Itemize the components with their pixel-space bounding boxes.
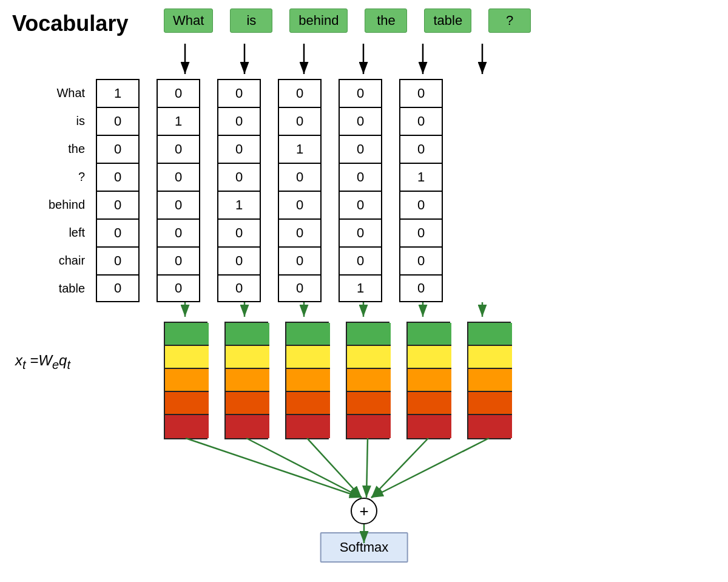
top-tokens: What is behind the table ?	[164, 8, 531, 33]
svg-line-16	[307, 438, 362, 498]
title: Vocabulary	[12, 11, 128, 36]
onehot-col-3: 0 0 0 0 1 0 0 0	[217, 79, 261, 302]
vocab-labels: What is the ? behind left chair table	[49, 79, 90, 302]
svg-line-17	[366, 438, 368, 498]
softmax-box: Softmax	[320, 532, 408, 563]
emb-col-1	[164, 322, 207, 439]
emb-col-4	[346, 322, 389, 439]
svg-line-18	[371, 438, 428, 498]
vocab-is: is	[49, 107, 90, 135]
token-the: the	[365, 8, 407, 33]
svg-line-15	[246, 438, 362, 498]
vocab-behind: behind	[49, 191, 90, 218]
token-what: What	[164, 8, 213, 33]
emb-col-2	[224, 322, 268, 439]
plus-circle: +	[351, 498, 377, 524]
emb-col-6	[467, 322, 511, 439]
vocab-left: left	[49, 218, 90, 246]
token-is: is	[230, 8, 272, 33]
token-question: ?	[488, 8, 531, 33]
diagram: Vocabulary What is behind the table ? Wh…	[0, 0, 728, 582]
vocab-table: table	[49, 274, 90, 302]
embedding-section	[164, 322, 511, 439]
onehot-col-2: 0 1 0 0 0 0 0 0	[157, 79, 200, 302]
vocab-question: ?	[49, 163, 90, 191]
onehot-col-6: 0 0 0 1 0 0 0 0	[399, 79, 443, 302]
onehot-vectors: 1 0 0 0 0 0 0 0 0 1 0 0 0 0 0 0	[96, 79, 443, 302]
onehot-col-5: 0 0 0 0 0 0 0 1	[339, 79, 382, 302]
token-behind: behind	[289, 8, 348, 33]
token-table: table	[424, 8, 471, 33]
svg-line-14	[186, 438, 362, 498]
onehot-col-4: 0 0 1 0 0 0 0 0	[278, 79, 322, 302]
onehot-section: What is the ? behind left chair table 1 …	[49, 79, 443, 302]
vocab-the: the	[49, 135, 90, 163]
onehot-col-1: 1 0 0 0 0 0 0 0	[96, 79, 140, 302]
emb-col-5	[406, 322, 450, 439]
vocab-what: What	[49, 79, 90, 107]
vocab-chair: chair	[49, 246, 90, 274]
plus-symbol: +	[359, 502, 368, 521]
softmax-label: Softmax	[340, 540, 389, 555]
formula-label: xt =Weqt	[15, 352, 70, 372]
emb-col-3	[285, 322, 329, 439]
svg-line-19	[371, 438, 489, 498]
